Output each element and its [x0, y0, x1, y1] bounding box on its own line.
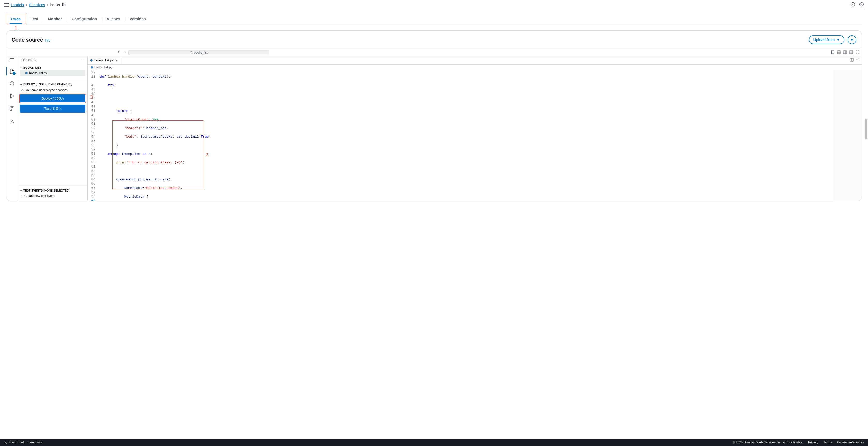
svg-rect-12 — [850, 50, 851, 52]
code-source-card: Code sourceInfo Upload from ▼ ▼ books_li… — [6, 30, 862, 201]
python-file-icon: ⬢ — [25, 71, 28, 75]
annotation-1: 1 — [14, 25, 17, 31]
split-editor-icon[interactable] — [850, 58, 854, 63]
layout-sidebar-left-icon[interactable] — [831, 50, 835, 55]
svg-rect-19 — [10, 106, 11, 108]
chevron-right-icon: › — [47, 3, 48, 7]
plus-icon: + — [21, 194, 23, 198]
editor-breadcrumb[interactable]: ⬢ books_list.py — [88, 65, 862, 70]
file-books-list[interactable]: ⬢ books_list.py — [20, 70, 85, 76]
svg-point-4 — [190, 52, 192, 53]
code-content[interactable]: def lambda_handler(event, context): try:… — [98, 70, 833, 201]
project-folder[interactable]: ⌄ BOOKS_LIST — [20, 65, 85, 70]
line-numbers: 22 23 42 43 44 45 46 47 48 49 50 — [88, 70, 98, 201]
breadcrumb-current: books_list — [51, 3, 66, 7]
svg-rect-8 — [837, 50, 840, 54]
svg-rect-7 — [831, 50, 832, 54]
scrollbar-thumb[interactable] — [865, 119, 867, 139]
changes-badge: 1 — [13, 72, 16, 75]
search-icon — [190, 51, 193, 54]
test-events-section-title[interactable]: ⌄ TEST EVENTS [NONE SELECTED] — [20, 187, 85, 193]
deploy-section-title[interactable]: ⌄ DEPLOY [UNDEPLOYED CHANGES] — [20, 81, 85, 87]
explorer-panel: EXPLORER ⋯ ⌄ BOOKS_LIST ⬢ books_list.py — [18, 56, 88, 201]
breadcrumb-lambda[interactable]: Lambda — [11, 3, 24, 7]
command-palette[interactable]: books_list — [128, 50, 269, 55]
info-icon[interactable] — [850, 2, 855, 7]
svg-rect-15 — [851, 53, 853, 54]
tab-monitor[interactable]: Monitor — [43, 14, 67, 24]
python-file-icon: ⬢ — [91, 66, 93, 69]
svg-marker-18 — [10, 94, 14, 98]
caret-down-icon: ▼ — [836, 38, 840, 42]
refresh-ban-icon[interactable] — [859, 2, 864, 7]
svg-point-16 — [10, 81, 14, 85]
close-icon[interactable]: × — [115, 58, 117, 63]
create-test-event[interactable]: + Create new test event — [20, 193, 85, 199]
chevron-down-icon: ⌄ — [20, 66, 22, 69]
python-file-icon: ⬢ — [90, 59, 93, 62]
explorer-icon[interactable]: 1 — [9, 68, 15, 74]
tab-configuration[interactable]: Configuration — [67, 14, 101, 24]
breadcrumb-functions[interactable]: Functions — [29, 3, 45, 7]
annotation-2: 2 — [206, 151, 209, 158]
chevron-down-icon: ⌄ — [20, 189, 22, 192]
activity-bar: 1 — [6, 56, 18, 201]
svg-line-5 — [192, 53, 192, 54]
tab-aliases[interactable]: Aliases — [102, 14, 125, 24]
svg-rect-14 — [850, 53, 851, 54]
breadcrumb: Lambda › Functions › books_list — [11, 3, 66, 7]
lambda-icon[interactable] — [9, 118, 15, 124]
svg-rect-10 — [843, 50, 846, 54]
scrollbar[interactable] — [864, 0, 868, 439]
deploy-warning: ⚠ You have undeployed changes. — [20, 87, 85, 95]
info-link[interactable]: Info — [45, 39, 50, 42]
card-title: Code sourceInfo — [11, 37, 50, 43]
svg-rect-13 — [851, 50, 853, 52]
function-tabs: Code Test Monitor Configuration Aliases … — [6, 14, 862, 24]
svg-rect-21 — [10, 109, 11, 110]
code-editor: ⬢ books_list.py × ⋯ ⬢ books_list.py — [88, 56, 862, 201]
svg-line-17 — [13, 85, 14, 86]
chevron-down-icon: ⌄ — [20, 82, 22, 86]
extensions-icon[interactable] — [9, 105, 15, 111]
deploy-button[interactable]: Deploy (⇧⌘U) — [20, 95, 85, 102]
layout-panel-bottom-icon[interactable] — [837, 50, 841, 55]
ide: books_list 1 — [6, 49, 862, 201]
menu-icon[interactable] — [4, 3, 9, 7]
code-area[interactable]: 22 23 42 43 44 45 46 47 48 49 50 — [88, 70, 862, 201]
chevron-right-icon: › — [26, 3, 27, 7]
tab-test[interactable]: Test — [26, 14, 43, 24]
more-icon[interactable]: ⋯ — [82, 58, 84, 62]
editor-tab-books-list[interactable]: ⬢ books_list.py × — [88, 57, 120, 64]
warning-icon: ⚠ — [21, 88, 24, 92]
layout-grid-icon[interactable] — [849, 50, 853, 55]
layout-sidebar-right-icon[interactable] — [843, 50, 847, 55]
svg-rect-20 — [12, 106, 14, 108]
caret-down-icon: ▼ — [850, 38, 854, 42]
nav-forward-icon[interactable] — [123, 50, 126, 55]
more-actions-button[interactable]: ▼ — [847, 35, 857, 44]
search-icon[interactable] — [9, 80, 15, 87]
test-button[interactable]: Test (⇧⌘I) — [20, 105, 85, 112]
more-icon[interactable]: ⋯ — [856, 58, 860, 63]
minimap[interactable] — [833, 70, 862, 201]
top-bar: Lambda › Functions › books_list — [0, 0, 868, 10]
menu-icon[interactable] — [10, 58, 14, 62]
run-debug-icon[interactable] — [9, 93, 15, 99]
explorer-title: EXPLORER — [21, 59, 36, 62]
nav-back-icon[interactable] — [117, 50, 121, 55]
fullscreen-icon[interactable] — [855, 50, 860, 55]
upload-from-button[interactable]: Upload from ▼ — [809, 35, 844, 44]
tab-versions[interactable]: Versions — [125, 14, 151, 24]
tab-code[interactable]: Code — [6, 14, 26, 24]
